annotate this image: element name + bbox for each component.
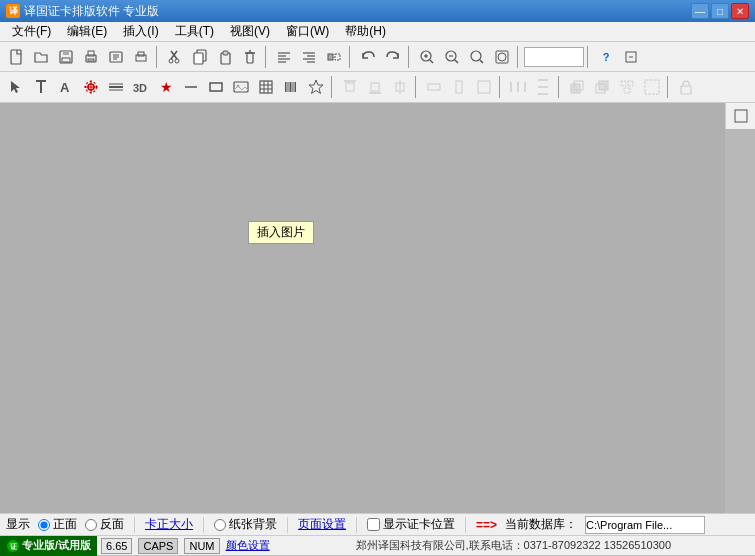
status-sep1 [134,517,135,533]
svg-line-37 [430,60,433,63]
svg-text:A: A [60,80,70,95]
front-radio-group: 正面 [38,516,77,533]
open-button[interactable] [29,45,53,69]
db-label: 当前数据库： [505,516,577,533]
order-back-disabled [590,75,614,99]
menu-view[interactable]: 视图(V) [222,22,278,42]
svg-point-16 [175,59,179,63]
color-settings-link[interactable]: 颜色设置 [226,538,270,553]
svg-line-42 [480,60,483,63]
preview-button[interactable] [104,45,128,69]
db-path-input[interactable] [585,516,705,534]
toolbar1: ? [0,42,755,72]
sep5 [517,46,521,68]
cut-button[interactable] [163,45,187,69]
show-card-pos-checkbox[interactable] [367,518,380,531]
menu-tools[interactable]: 工具(T) [167,22,222,42]
minimize-button[interactable]: — [691,3,709,19]
text-tool[interactable] [29,75,53,99]
svg-rect-70 [293,82,294,92]
new-button[interactable] [4,45,28,69]
menu-insert[interactable]: 插入(I) [115,22,166,42]
svg-rect-79 [456,81,462,93]
same-size-disabled [472,75,496,99]
align-right-button[interactable] [297,45,321,69]
delete-button[interactable] [238,45,262,69]
menu-edit[interactable]: 编辑(E) [59,22,115,42]
print-button[interactable] [79,45,103,69]
num-badge: NUM [184,538,219,554]
align-flip-button[interactable] [322,45,346,69]
svg-text:3D: 3D [133,82,147,94]
svg-rect-0 [11,50,21,64]
save-button[interactable] [54,45,78,69]
menu-file[interactable]: 文件(F) [4,22,59,42]
app-icon: 译 [6,4,20,18]
canvas-area[interactable] [0,103,725,513]
menu-window[interactable]: 窗口(W) [278,22,337,42]
front-radio[interactable] [38,519,50,531]
edition-text: 证 [6,538,22,552]
sep2 [265,46,269,68]
image-tool[interactable] [229,75,253,99]
about-button[interactable] [619,45,643,69]
maximize-button[interactable]: □ [711,3,729,19]
svg-rect-95 [681,86,691,94]
page-settings-link[interactable]: 页面设置 [298,516,346,533]
svg-rect-87 [571,84,580,93]
barcode-tool[interactable] [279,75,303,99]
special-tool[interactable] [304,75,328,99]
svg-rect-18 [194,53,203,64]
zoom-box-button[interactable] [465,45,489,69]
svg-rect-93 [624,88,630,93]
menu-help[interactable]: 帮助(H) [337,22,394,42]
stamp-tool[interactable]: ★ [154,75,178,99]
front-label: 正面 [53,516,77,533]
copy-button[interactable] [188,45,212,69]
lock-disabled [674,75,698,99]
title-text: 译 译国证卡排版软件 专业版 [6,3,159,20]
svg-rect-74 [371,83,379,91]
status-sep5 [465,517,466,533]
gear-tool[interactable] [79,75,103,99]
undo-button[interactable] [356,45,380,69]
zoom-in-button[interactable] [415,45,439,69]
svg-rect-59 [210,83,222,91]
help-button[interactable]: ? [594,45,618,69]
font-tool[interactable]: A [54,75,78,99]
toolbar-container: ? A 3D ★ [0,42,755,103]
rect-tool[interactable] [204,75,228,99]
svg-rect-91 [621,81,626,86]
space-v-disabled [531,75,555,99]
card-size-link[interactable]: 卡正大小 [145,516,193,533]
paste-button[interactable] [213,45,237,69]
font-size-input[interactable] [524,47,584,67]
svg-line-40 [455,60,458,63]
svg-rect-22 [247,53,253,63]
menu-bar: 文件(F) 编辑(E) 插入(I) 工具(T) 视图(V) 窗口(W) 帮助(H… [0,22,755,42]
svg-rect-89 [599,81,608,90]
toolbar2-section2 [338,75,698,99]
svg-rect-67 [285,82,287,92]
align-left-button[interactable] [272,45,296,69]
close-button[interactable]: ✕ [731,3,749,19]
same-height-disabled [447,75,471,99]
redo-button[interactable] [381,45,405,69]
select-tool[interactable] [4,75,28,99]
svg-rect-78 [428,84,440,90]
caps-badge: CAPS [138,538,178,554]
paper-bg-radio[interactable] [214,519,226,531]
svg-rect-94 [645,80,659,94]
zoom-out-button[interactable] [440,45,464,69]
line-tool[interactable] [179,75,203,99]
status-bar: 显示 正面 反面 卡正大小 纸张背景 页面设置 显示证卡位置 ==> 当前数据库… [0,513,755,535]
print-small-button[interactable] [129,45,153,69]
sep6 [587,46,591,68]
zoom-fit-button[interactable] [490,45,514,69]
emboss-tool[interactable]: 3D [129,75,153,99]
back-radio[interactable] [85,519,97,531]
right-btn-1[interactable] [729,105,753,127]
hline-tool[interactable] [104,75,128,99]
grid-tool[interactable] [254,75,278,99]
s2-sep2 [499,76,503,98]
